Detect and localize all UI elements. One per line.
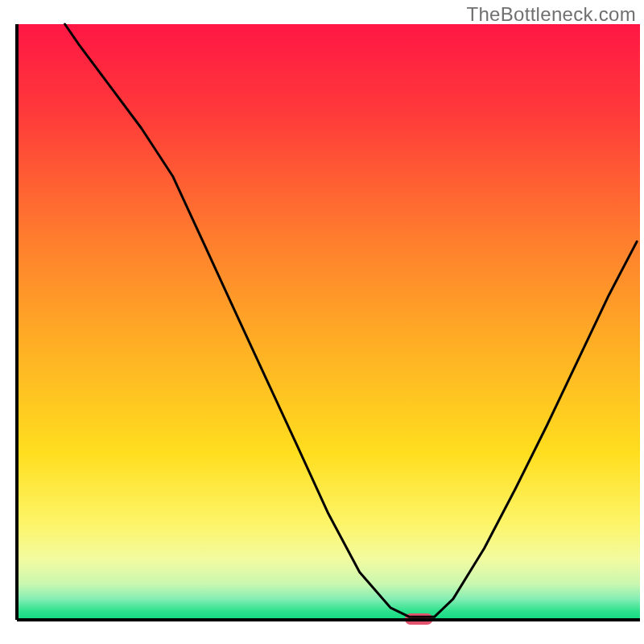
bottleneck-chart: TheBottleneck.com <box>0 0 644 644</box>
chart-background <box>17 24 640 620</box>
attribution-label: TheBottleneck.com <box>466 3 636 26</box>
chart-plot-area <box>0 0 644 644</box>
